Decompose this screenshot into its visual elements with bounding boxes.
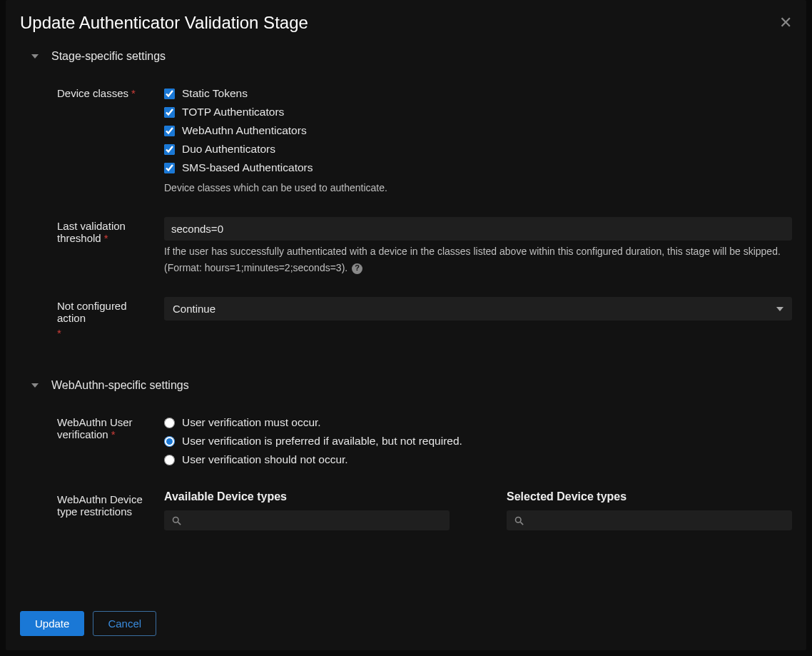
user-verification-label: WebAuthn User verification* <box>57 413 164 440</box>
radio-uv-preferred[interactable] <box>164 436 175 447</box>
checkbox-static-tokens-label: Static Tokens <box>182 87 248 100</box>
radio-uv-must[interactable] <box>164 418 175 428</box>
checkbox-static-tokens[interactable] <box>164 89 175 99</box>
checkbox-duo[interactable] <box>164 144 175 155</box>
search-icon <box>171 515 182 526</box>
available-search-input[interactable] <box>188 515 442 526</box>
checkbox-webauthn-label: WebAuthn Authenticators <box>182 124 307 137</box>
not-configured-value: Continue <box>173 303 215 315</box>
close-icon[interactable]: ✕ <box>779 15 792 31</box>
svg-point-2 <box>516 517 522 523</box>
modal-dialog: Update Authenticator Validation Stage ✕ … <box>6 0 806 650</box>
section-stage-specific-toggle[interactable]: Stage-specific settings <box>6 39 806 70</box>
section-stage-specific-body: Device classes* Static Tokens TOTP Authe… <box>6 70 806 353</box>
chevron-down-icon <box>31 54 39 59</box>
caret-down-icon <box>776 307 783 311</box>
radio-uv-none-label: User verification should not occur. <box>182 453 348 466</box>
chevron-down-icon <box>31 383 39 388</box>
checkbox-totp-label: TOTP Authenticators <box>182 106 284 118</box>
section-webauthn-toggle[interactable]: WebAuthn-specific settings <box>6 368 806 399</box>
last-validation-help: If the user has successfully authenticat… <box>164 241 792 276</box>
checkbox-webauthn[interactable] <box>164 126 175 136</box>
help-icon[interactable]: ? <box>352 263 362 274</box>
device-classes-help: Device classes which can be used to auth… <box>164 177 792 196</box>
cancel-button[interactable]: Cancel <box>93 611 156 636</box>
checkbox-totp[interactable] <box>164 107 175 118</box>
svg-line-1 <box>178 522 181 525</box>
checkbox-sms-label: SMS-based Authenticators <box>182 161 313 174</box>
radio-uv-must-label: User verification must occur. <box>182 416 321 429</box>
not-configured-select[interactable]: Continue <box>164 297 792 321</box>
svg-line-3 <box>520 522 523 525</box>
svg-point-0 <box>173 517 179 523</box>
radio-uv-preferred-label: User verification is preferred if availa… <box>182 435 462 448</box>
selected-search[interactable] <box>507 510 792 530</box>
checkbox-sms[interactable] <box>164 163 175 173</box>
section-stage-specific-title: Stage-specific settings <box>51 50 166 63</box>
section-webauthn-body: WebAuthn User verification* User verific… <box>6 399 806 538</box>
last-validation-label: Last validation threshold* <box>57 217 164 244</box>
available-device-types-title: Available Device types <box>164 490 450 503</box>
not-configured-label: Not configured action* <box>57 297 164 339</box>
section-webauthn-title: WebAuthn-specific settings <box>51 379 189 392</box>
available-search[interactable] <box>164 510 450 530</box>
radio-uv-none[interactable] <box>164 455 175 465</box>
last-validation-input[interactable] <box>164 217 792 241</box>
selected-device-types-title: Selected Device types <box>507 490 792 503</box>
selected-search-input[interactable] <box>530 515 785 526</box>
device-classes-label: Device classes* <box>57 84 164 99</box>
checkbox-duo-label: Duo Authenticators <box>182 143 275 156</box>
update-button[interactable]: Update <box>20 611 84 636</box>
modal-title: Update Authenticator Validation Stage <box>20 13 308 33</box>
search-icon <box>514 515 524 526</box>
device-restrictions-label: WebAuthn Device type restrictions <box>57 490 164 518</box>
